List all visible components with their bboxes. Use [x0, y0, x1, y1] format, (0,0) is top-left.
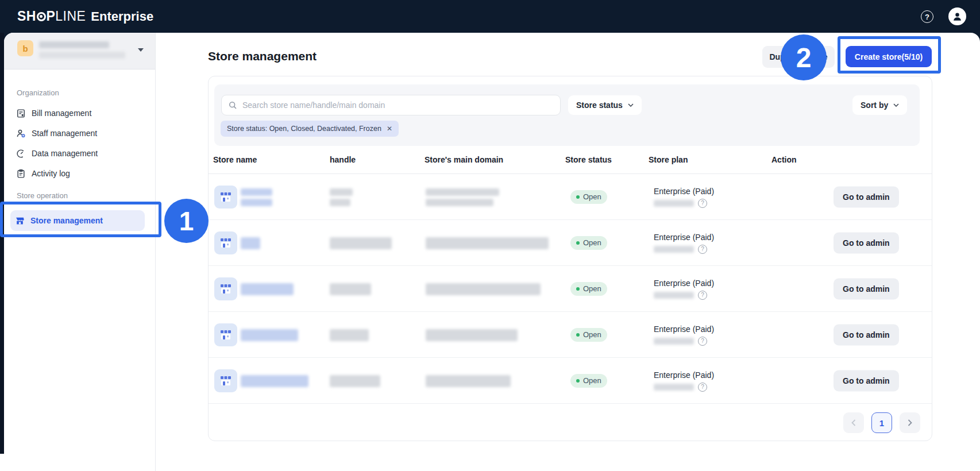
plan-help-icon[interactable]: ? — [698, 383, 707, 392]
plan-help-icon[interactable]: ? — [698, 245, 707, 254]
col-handle: handle — [330, 146, 356, 174]
help-icon[interactable]: ? — [921, 10, 933, 23]
caret-down-icon — [138, 48, 144, 52]
annotation-box-1 — [0, 202, 161, 237]
store-name-blur — [241, 220, 260, 266]
store-logo-icon — [214, 277, 237, 300]
redacted-blur — [330, 199, 350, 206]
plan-name: Enterprise (Paid) — [654, 325, 714, 334]
redacted-blur — [330, 329, 369, 341]
go-to-admin-button[interactable]: Go to admin — [834, 186, 899, 207]
status-label: Open — [583, 238, 601, 247]
logo-o-icon — [37, 12, 46, 21]
store-name-blur — [241, 174, 272, 220]
plan-date-blur — [654, 292, 694, 299]
store-plan-cell: Enterprise (Paid) ? — [654, 266, 714, 312]
data-icon — [16, 148, 26, 159]
sidebar-item-activity-log[interactable]: Activity log — [11, 165, 145, 182]
sidebar-item-staff-management[interactable]: Staff management — [11, 125, 145, 141]
redacted-blur — [241, 188, 272, 196]
store-plan-cell: Enterprise (Paid) ? — [654, 220, 714, 266]
plan-help-icon[interactable]: ? — [698, 199, 707, 208]
plan-name: Enterprise (Paid) — [654, 187, 714, 196]
store-name-blur — [241, 266, 294, 312]
redacted-blur — [426, 375, 511, 387]
col-main-domain: Store's main domain — [425, 146, 503, 174]
store-logo-icon — [214, 369, 237, 392]
annotation-step-1: 1 — [164, 199, 209, 243]
status-dot-icon — [576, 333, 580, 337]
status-dot-icon — [576, 287, 580, 291]
chip-close-icon[interactable]: ✕ — [387, 125, 392, 133]
table-row: Open Enterprise (Paid) ? Go to admin — [209, 220, 932, 266]
plan-date-blur — [654, 384, 694, 391]
table-row: Open Enterprise (Paid) ? Go to admin — [209, 174, 932, 220]
section-label-organization: Organization — [17, 88, 59, 97]
status-dot-icon — [576, 379, 580, 383]
col-store-name: Store name — [213, 146, 257, 174]
sidebar-item-label: Bill management — [32, 109, 91, 118]
status-badge: Open — [570, 282, 607, 296]
org-subtitle-blur — [39, 52, 125, 59]
redacted-blur — [330, 188, 353, 196]
redacted-blur — [426, 329, 518, 341]
store-list-card: Store status Sort by Store status: Open,… — [208, 76, 932, 441]
status-badge: Open — [570, 236, 607, 250]
go-to-admin-button[interactable]: Go to admin — [834, 278, 899, 299]
redacted-blur — [241, 199, 272, 206]
top-header: SHPLINE Enterprise — [0, 0, 980, 33]
page-1-button[interactable]: 1 — [871, 412, 892, 433]
store-plan-cell: Enterprise (Paid) ? — [654, 312, 714, 358]
table-row: Open Enterprise (Paid) ? Go to admin — [209, 358, 932, 404]
go-to-admin-button[interactable]: Go to admin — [834, 370, 899, 391]
chevron-down-icon — [628, 103, 634, 107]
table-header: Store name handle Store's main domain St… — [209, 146, 932, 174]
handle-blur — [330, 174, 353, 220]
left-dark-strip — [0, 33, 4, 454]
staff-icon — [16, 128, 26, 138]
org-switcher[interactable]: b — [4, 33, 155, 70]
go-to-admin-button[interactable]: Go to admin — [834, 324, 899, 345]
annotation-box-2 — [838, 36, 941, 74]
sidebar-item-data-management[interactable]: Data management — [11, 145, 145, 161]
store-name-blur — [241, 312, 298, 358]
shopline-enterprise-logo: SHPLINE Enterprise — [17, 0, 153, 33]
domain-blur — [426, 220, 549, 266]
handle-blur — [330, 358, 380, 404]
go-to-admin-button[interactable]: Go to admin — [834, 232, 899, 253]
annotation-step-2: 2 — [781, 34, 827, 80]
page-title: Store management — [208, 49, 317, 63]
status-dot-icon — [576, 241, 580, 245]
search-box[interactable] — [221, 95, 561, 115]
user-avatar[interactable] — [948, 7, 966, 25]
redacted-blur — [426, 188, 499, 196]
section-label-store-operation: Store operation — [17, 191, 68, 200]
store-status-dropdown[interactable]: Store status — [568, 95, 642, 115]
status-label: Open — [583, 192, 601, 201]
org-avatar: b — [17, 40, 33, 56]
org-name-blur — [39, 41, 109, 48]
redacted-blur — [241, 329, 298, 341]
active-filter-chip: Store status: Open, Closed, Deactivated,… — [221, 121, 399, 137]
col-store-status: Store status — [565, 146, 612, 174]
search-icon — [229, 101, 237, 110]
domain-blur — [426, 266, 541, 312]
status-badge: Open — [570, 328, 607, 342]
logo-text: SH — [17, 9, 36, 24]
redacted-blur — [426, 199, 493, 206]
plan-help-icon[interactable]: ? — [698, 337, 707, 346]
redacted-blur — [330, 375, 380, 387]
status-label: Open — [583, 284, 601, 293]
chevron-right-icon — [908, 419, 912, 426]
activity-log-icon — [16, 168, 26, 179]
sidebar-item-bill-management[interactable]: Bill management — [11, 105, 145, 121]
domain-blur — [426, 358, 511, 404]
search-input[interactable] — [242, 101, 553, 110]
sidebar-item-label: Activity log — [32, 169, 70, 178]
chevron-down-icon — [893, 103, 899, 107]
prev-page-button[interactable] — [843, 412, 864, 433]
plan-help-icon[interactable]: ? — [698, 291, 707, 300]
sort-by-dropdown[interactable]: Sort by — [852, 95, 907, 115]
redacted-blur — [330, 237, 392, 249]
next-page-button[interactable] — [900, 412, 920, 433]
